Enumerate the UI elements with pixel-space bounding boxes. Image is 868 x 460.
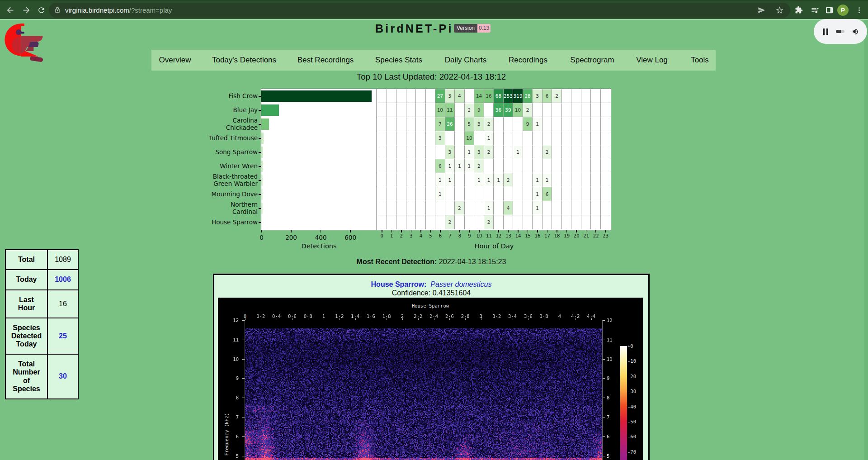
top10-heading: Top 10 Last Updated: 2022-04-13 18:12 bbox=[0, 72, 863, 82]
nav-tools[interactable]: Tools bbox=[691, 50, 709, 71]
heat-cell bbox=[387, 159, 397, 173]
nav-view-log[interactable]: View Log bbox=[636, 50, 668, 71]
pause-icon[interactable] bbox=[823, 28, 828, 35]
species-label: Tufted Titmouse bbox=[209, 135, 258, 142]
nav-spectrogram[interactable]: Spectrogram bbox=[570, 50, 614, 71]
heat-cell bbox=[571, 117, 581, 131]
table-row: Today1006 bbox=[5, 270, 78, 290]
spec-tick bbox=[277, 318, 277, 320]
heat-cell: 14 bbox=[474, 89, 484, 103]
heat-cell bbox=[591, 173, 601, 187]
audio-progress[interactable] bbox=[836, 30, 844, 33]
side-panel-icon[interactable] bbox=[824, 0, 835, 19]
media-control-icon[interactable] bbox=[809, 0, 820, 19]
nav-recordings[interactable]: Recordings bbox=[509, 50, 547, 71]
heat-cell bbox=[494, 131, 504, 145]
stat-value-link[interactable]: 1006 bbox=[47, 270, 78, 290]
heat-cell bbox=[581, 103, 591, 117]
stat-label: Species Detected Today bbox=[5, 318, 47, 354]
spec-tick bbox=[576, 318, 576, 320]
heat-cell bbox=[435, 145, 445, 159]
audio-player[interactable] bbox=[814, 19, 867, 44]
heat-cell bbox=[406, 145, 416, 159]
spec-tick bbox=[324, 318, 324, 320]
heat-row: 313212 bbox=[377, 145, 611, 159]
heat-cell bbox=[494, 117, 504, 131]
heat-cell: 2 bbox=[542, 145, 552, 159]
nav-best-recordings[interactable]: Best Recordings bbox=[297, 50, 354, 71]
heat-cell bbox=[571, 103, 581, 117]
send-icon[interactable] bbox=[758, 6, 765, 14]
species-label: Song Sparrow bbox=[215, 149, 258, 156]
spec-ytick-label-right: 8 bbox=[607, 395, 609, 400]
nav-daily-charts[interactable]: Daily Charts bbox=[445, 50, 487, 71]
heat-cell bbox=[533, 131, 542, 145]
species-scientific-name[interactable]: Passer domesticus bbox=[430, 280, 491, 288]
spec-tick bbox=[591, 318, 592, 320]
species-label: Black-throated Green Warbler bbox=[213, 173, 258, 188]
nav-todays-detections[interactable]: Today's Detections bbox=[212, 50, 276, 71]
heat-row: 11111211 bbox=[377, 173, 611, 187]
heat-cell bbox=[601, 131, 611, 145]
heat-cell bbox=[387, 201, 397, 215]
heat-cell bbox=[601, 173, 611, 187]
axis-tick bbox=[420, 230, 421, 232]
bar-Tufted Titmouse bbox=[261, 133, 264, 144]
bar-Song Sparrow bbox=[261, 147, 263, 158]
hour-label: 19 bbox=[564, 233, 570, 238]
url-text: virginia.birdnetpi.com/?stream=play bbox=[65, 6, 172, 14]
url-bar[interactable]: virginia.birdnetpi.com/?stream=play bbox=[49, 3, 790, 18]
heat-cell bbox=[542, 159, 552, 173]
stat-value-link[interactable]: 25 bbox=[47, 318, 78, 354]
hour-label: 3 bbox=[410, 233, 412, 238]
extensions-icon[interactable] bbox=[793, 0, 804, 19]
nav-overview[interactable]: Overview bbox=[159, 50, 191, 71]
spec-tick bbox=[449, 318, 450, 320]
heat-cell: 3 bbox=[533, 89, 542, 103]
heat-cell bbox=[465, 173, 475, 187]
heat-cell bbox=[562, 173, 572, 187]
bar-Blue Jay bbox=[261, 104, 279, 116]
heat-cell bbox=[406, 131, 416, 145]
heat-cell bbox=[581, 145, 591, 159]
heat-cell bbox=[571, 131, 581, 145]
heat-cell bbox=[552, 159, 562, 173]
heat-cell bbox=[552, 131, 562, 145]
species-common-name[interactable]: House Sparrow: bbox=[371, 280, 427, 288]
heat-cell bbox=[387, 117, 397, 131]
axis-tick bbox=[528, 230, 528, 232]
heat-cell bbox=[552, 103, 562, 117]
heat-cell bbox=[406, 215, 416, 229]
heat-cell bbox=[571, 187, 581, 201]
heat-cell bbox=[601, 117, 611, 131]
menu-dots-icon[interactable] bbox=[854, 0, 863, 19]
heat-cell: 9 bbox=[474, 103, 484, 117]
nav-bar: Overview Today's Detections Best Recordi… bbox=[151, 50, 716, 71]
colorbar-label: -50 bbox=[627, 419, 636, 424]
stat-value-link[interactable]: 30 bbox=[47, 354, 78, 399]
heat-cell bbox=[465, 201, 475, 215]
axis-tick bbox=[291, 230, 292, 232]
nav-species-stats[interactable]: Species Stats bbox=[375, 50, 422, 71]
bookmark-star-icon[interactable] bbox=[775, 6, 784, 14]
heat-cell bbox=[416, 89, 426, 103]
heat-cell: 1 bbox=[533, 117, 542, 131]
spec-ytick-label-left: 11 bbox=[233, 337, 239, 342]
detections-bar-chart bbox=[261, 89, 377, 230]
detection-panel: House Sparrow:Passer domesticus Confiden… bbox=[213, 274, 650, 460]
heat-cell bbox=[494, 187, 504, 201]
forward-icon[interactable] bbox=[21, 0, 32, 19]
spec-tick bbox=[355, 318, 356, 320]
heat-cell bbox=[581, 173, 591, 187]
scrollbar[interactable] bbox=[864, 20, 868, 460]
heat-cell bbox=[513, 201, 523, 215]
volume-icon[interactable] bbox=[852, 28, 859, 35]
reload-icon[interactable] bbox=[36, 0, 47, 19]
avatar[interactable]: P bbox=[837, 5, 849, 16]
spec-ytick-label-left: 9 bbox=[236, 375, 239, 381]
axis-tick bbox=[459, 230, 460, 232]
heat-cell bbox=[445, 131, 455, 145]
table-row: Last Hour16 bbox=[5, 290, 78, 318]
heat-cell bbox=[465, 187, 475, 201]
back-icon[interactable] bbox=[5, 0, 15, 19]
